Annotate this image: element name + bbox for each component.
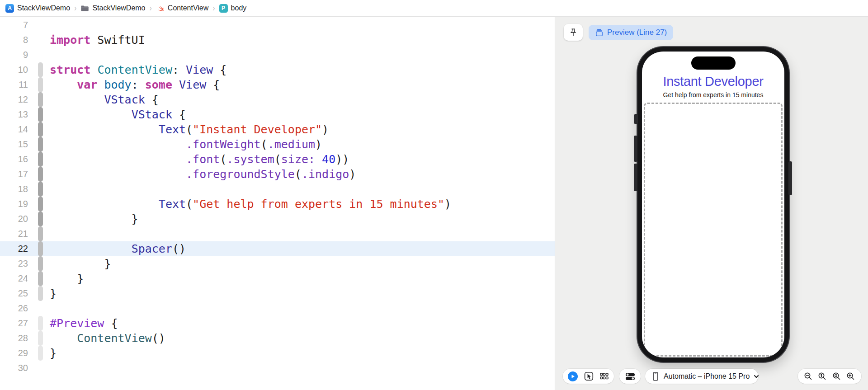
line-number[interactable]: 19 [0, 197, 28, 211]
device-settings-group [619, 369, 641, 384]
code-editor[interactable]: 78import SwiftUI910struct ContentView: V… [0, 17, 555, 390]
zoom-actual-size-button[interactable] [818, 372, 827, 381]
line-number[interactable]: 9 [0, 47, 28, 62]
preview-tab-button[interactable]: Preview (Line 27) [589, 25, 673, 40]
code-text: ContentView() [50, 331, 165, 346]
code-line[interactable]: 26 [0, 301, 555, 316]
line-number[interactable]: 23 [0, 256, 28, 271]
code-line[interactable]: 27#Preview { [0, 316, 555, 331]
code-line[interactable]: 18 [0, 182, 555, 197]
breadcrumb-project[interactable]: A StackViewDemo [5, 4, 70, 13]
breadcrumb-symbol[interactable]: P body [219, 4, 247, 13]
variants-button[interactable] [599, 371, 609, 381]
code-line[interactable]: 13 VStack { [0, 107, 555, 122]
line-number[interactable]: 11 [0, 77, 28, 92]
line-number[interactable]: 27 [0, 316, 28, 331]
line-number[interactable]: 7 [0, 18, 28, 33]
code-text: } [50, 271, 84, 286]
selectable-mode-button[interactable] [584, 371, 594, 381]
device-settings-button[interactable] [625, 371, 636, 381]
line-number[interactable]: 30 [0, 361, 28, 376]
line-number[interactable]: 18 [0, 182, 28, 197]
line-number[interactable]: 17 [0, 167, 28, 182]
iphone-device-frame: Instant Developer Get help from experts … [637, 47, 789, 362]
change-bar [38, 226, 43, 241]
pin-preview-button[interactable] [564, 24, 583, 41]
code-line[interactable]: 12 VStack { [0, 92, 555, 107]
code-text: VStack { [50, 92, 159, 107]
code-text: .fontWeight(.medium) [50, 137, 322, 152]
variants-grid-icon [599, 371, 609, 381]
line-number[interactable]: 21 [0, 226, 28, 241]
dynamic-island [691, 56, 736, 70]
code-line[interactable]: 11 var body: some View { [0, 77, 555, 92]
preview-app-title: Instant Developer [642, 74, 784, 89]
line-number[interactable]: 15 [0, 137, 28, 152]
app-icon: A [5, 4, 14, 13]
code-line[interactable]: 20 } [0, 211, 555, 226]
breadcrumb-label: ContentView [168, 4, 208, 12]
code-line[interactable]: 14 Text("Instant Developer") [0, 122, 555, 137]
zoom-out-icon [804, 372, 813, 381]
change-bar [38, 316, 43, 331]
line-number[interactable]: 24 [0, 271, 28, 286]
code-text: struct ContentView: View { [50, 62, 226, 77]
change-bar [38, 122, 43, 137]
code-line[interactable]: 15 .fontWeight(.medium) [0, 137, 555, 152]
breadcrumb-separator: › [146, 3, 156, 14]
code-line[interactable]: 7 [0, 18, 555, 33]
change-bar [38, 256, 43, 271]
code-text: VStack { [50, 107, 186, 122]
code-line[interactable]: 22 Spacer() [0, 241, 555, 256]
line-number[interactable]: 12 [0, 92, 28, 107]
breadcrumb-label: body [231, 4, 247, 12]
code-line[interactable]: 10struct ContentView: View { [0, 62, 555, 77]
zoom-in-button[interactable] [846, 372, 855, 381]
change-bar [38, 107, 43, 122]
line-number[interactable]: 10 [0, 62, 28, 77]
line-number[interactable]: 29 [0, 346, 28, 361]
line-number[interactable]: 14 [0, 122, 28, 137]
folder-icon [80, 4, 89, 13]
zoom-in-icon [846, 372, 855, 381]
code-line[interactable]: 17 .foregroundStyle(.indigo) [0, 167, 555, 182]
code-line[interactable]: 30 [0, 361, 555, 376]
code-text: } [50, 256, 111, 271]
code-line[interactable]: 25} [0, 286, 555, 301]
device-selector[interactable]: Automatic – iPhone 15 Pro [645, 369, 758, 384]
code-line[interactable]: 9 [0, 47, 555, 62]
code-text: } [50, 286, 57, 301]
code-line[interactable]: 8import SwiftUI [0, 33, 555, 47]
zoom-to-fit-button[interactable] [832, 372, 841, 381]
line-number[interactable]: 28 [0, 331, 28, 346]
change-bar [38, 77, 43, 92]
live-preview-button[interactable] [568, 371, 578, 381]
zoom-out-button[interactable] [804, 372, 813, 381]
code-line[interactable]: 19 Text("Get help from experts in 15 min… [0, 197, 555, 211]
change-bar [38, 92, 43, 107]
code-line[interactable]: 24 } [0, 271, 555, 286]
code-line[interactable]: 23 } [0, 256, 555, 271]
selectable-cursor-icon [584, 371, 594, 381]
line-number[interactable]: 26 [0, 301, 28, 316]
code-line[interactable]: 21 [0, 226, 555, 241]
property-icon: P [219, 4, 228, 13]
line-number[interactable]: 25 [0, 286, 28, 301]
play-icon [571, 374, 575, 379]
line-number[interactable]: 22 [0, 241, 28, 256]
change-bar [38, 211, 43, 226]
breadcrumb-separator: › [70, 3, 80, 14]
line-number[interactable]: 20 [0, 211, 28, 226]
breadcrumb-file[interactable]: ContentView [156, 4, 208, 13]
code-line[interactable]: 29} [0, 346, 555, 361]
line-number[interactable]: 16 [0, 152, 28, 167]
device-selector-label: Automatic – iPhone 15 Pro [664, 372, 750, 381]
change-bar [38, 197, 43, 211]
breadcrumb-group[interactable]: StackViewDemo [80, 4, 145, 13]
line-number[interactable]: 13 [0, 107, 28, 122]
line-number[interactable]: 8 [0, 33, 28, 47]
code-text: import SwiftUI [50, 33, 145, 47]
code-line[interactable]: 16 .font(.system(size: 40)) [0, 152, 555, 167]
breadcrumb-label: StackViewDemo [17, 4, 70, 12]
code-line[interactable]: 28 ContentView() [0, 331, 555, 346]
